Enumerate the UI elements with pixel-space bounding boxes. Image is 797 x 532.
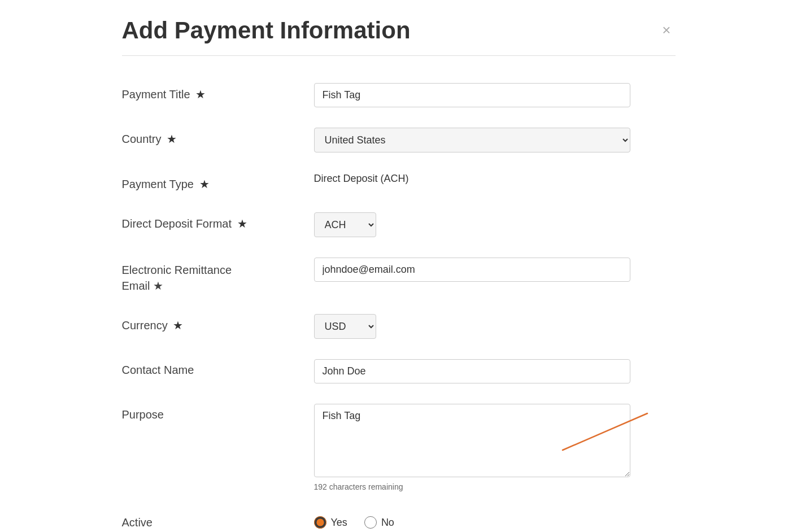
active-label: Active <box>122 512 314 529</box>
active-wrapper: Yes No <box>314 512 676 529</box>
country-select[interactable]: United States Canada United Kingdom Aust… <box>314 128 630 152</box>
active-yes-radio[interactable] <box>314 516 326 529</box>
active-yes-label[interactable]: Yes <box>314 516 347 529</box>
modal-header: Add Payment Information × <box>122 17 676 56</box>
active-radio-group: Yes No <box>314 512 676 529</box>
active-no-radio[interactable] <box>364 516 377 529</box>
currency-row: Currency ★ USD CAD GBP EUR <box>122 304 676 349</box>
required-star: ★ <box>234 217 247 230</box>
payment-title-input[interactable] <box>314 83 630 107</box>
active-row: Active Yes No <box>122 502 676 532</box>
required-star: ★ <box>150 280 164 292</box>
payment-type-row: Payment Type ★ Direct Deposit (ACH) <box>122 163 676 202</box>
country-label: Country ★ <box>122 128 314 146</box>
contact-name-input[interactable] <box>314 359 630 383</box>
purpose-label: Purpose <box>122 404 314 421</box>
direct-deposit-format-row: Direct Deposit Format ★ ACH EFT BACS <box>122 202 676 247</box>
purpose-row: Purpose Fish Tag 192 characters remainin… <box>122 394 676 502</box>
purpose-textarea-wrapper: Fish Tag <box>314 404 676 479</box>
payment-type-wrapper: Direct Deposit (ACH) <box>314 173 676 185</box>
payment-type-label: Payment Type ★ <box>122 173 314 191</box>
required-star: ★ <box>164 133 177 145</box>
country-row: Country ★ United States Canada United Ki… <box>122 117 676 163</box>
modal-container: Add Payment Information × Payment Title … <box>88 0 709 532</box>
direct-deposit-format-label: Direct Deposit Format ★ <box>122 212 314 230</box>
contact-name-row: Contact Name <box>122 349 676 394</box>
required-star: ★ <box>196 178 210 190</box>
active-no-label[interactable]: No <box>364 516 394 529</box>
payment-title-label: Payment Title ★ <box>122 83 314 101</box>
close-button[interactable]: × <box>657 20 675 40</box>
currency-select[interactable]: USD CAD GBP EUR <box>314 314 376 339</box>
electronic-remittance-label: Electronic Remittance Email ★ <box>122 258 314 294</box>
currency-label: Currency ★ <box>122 314 314 332</box>
payment-title-row: Payment Title ★ <box>122 73 676 117</box>
contact-name-wrapper <box>314 359 676 383</box>
electronic-remittance-wrapper <box>314 258 676 282</box>
direct-deposit-format-select[interactable]: ACH EFT BACS <box>314 212 376 237</box>
payment-type-value: Direct Deposit (ACH) <box>314 168 409 184</box>
contact-name-label: Contact Name <box>122 359 314 377</box>
modal-title: Add Payment Information <box>122 17 411 44</box>
payment-title-wrapper <box>314 83 676 107</box>
required-star: ★ <box>193 88 206 101</box>
form-body: Payment Title ★ Country ★ United States … <box>122 73 676 532</box>
chars-remaining: 192 characters remaining <box>314 482 676 491</box>
country-wrapper: United States Canada United Kingdom Aust… <box>314 128 676 152</box>
electronic-remittance-input[interactable] <box>314 258 630 282</box>
purpose-wrapper: Fish Tag 192 characters remaining <box>314 404 676 491</box>
currency-wrapper: USD CAD GBP EUR <box>314 314 676 339</box>
direct-deposit-format-wrapper: ACH EFT BACS <box>314 212 676 237</box>
required-star: ★ <box>170 319 184 332</box>
electronic-remittance-row: Electronic Remittance Email ★ <box>122 247 676 304</box>
purpose-textarea[interactable]: Fish Tag <box>314 404 630 477</box>
